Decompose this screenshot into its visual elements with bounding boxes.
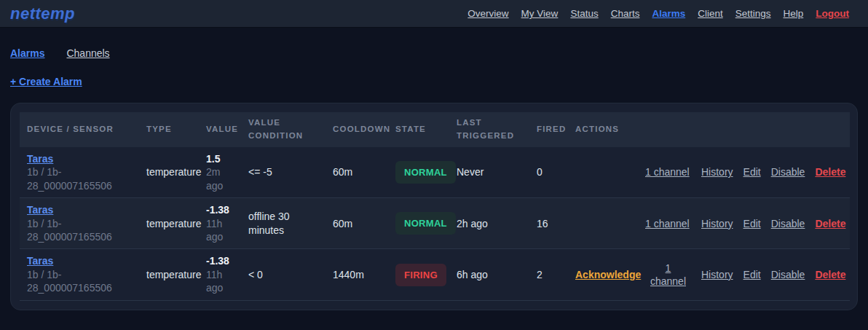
subnav: Alarms Channels	[10, 47, 858, 59]
create-alarm-link[interactable]: + Create Alarm	[10, 76, 82, 87]
disable-link[interactable]: Disable	[771, 268, 805, 281]
nav-charts[interactable]: Charts	[611, 8, 640, 19]
cell-cooldown: 60m	[326, 198, 388, 249]
channel-link[interactable]: 1 channel	[645, 218, 690, 229]
acknowledge-link[interactable]: Acknowledge	[575, 269, 641, 280]
page-content: Alarms Channels + Create Alarm DEVICE / …	[0, 47, 868, 310]
sensor-value: 1.5	[206, 152, 234, 165]
disable-link[interactable]: Disable	[771, 217, 805, 230]
channel-link[interactable]: 1 channel	[650, 262, 687, 288]
device-link[interactable]: Taras	[27, 204, 53, 216]
cell-condition: < 0	[241, 249, 326, 300]
cell-state: NORMAL	[388, 198, 449, 249]
cell-last-triggered: Never	[449, 147, 529, 198]
cell-type: temperature	[139, 198, 199, 249]
cell-last-triggered: 2h ago	[449, 198, 529, 249]
nav-settings[interactable]: Settings	[735, 8, 771, 19]
cell-state: NORMAL	[388, 147, 449, 198]
main-nav: Overview My View Status Charts Alarms Cl…	[467, 8, 849, 19]
edit-link[interactable]: Edit	[743, 217, 761, 230]
cell-device-sensor: Taras 1b / 1b-28_000007165506	[20, 147, 139, 198]
table-row: Taras 1b / 1b-28_000007165506 temperatur…	[20, 147, 850, 198]
cell-type: temperature	[139, 249, 199, 300]
brand-logo[interactable]: nettemp	[10, 4, 75, 23]
sensor-id: 1b / 1b-28_000007165506	[27, 217, 132, 244]
col-value: VALUE	[199, 112, 241, 147]
history-link[interactable]: History	[701, 217, 733, 230]
cell-condition: <= -5	[241, 147, 326, 198]
col-actions: ACTIONS	[568, 112, 850, 147]
cell-state: FIRING	[388, 249, 449, 300]
cell-device-sensor: Taras 1b / 1b-28_000007165506	[20, 249, 139, 300]
cell-value: -1.38 11h ago	[199, 198, 241, 249]
cell-actions: 1 channel History Edit Disable Delete	[568, 198, 850, 249]
col-value-condition: VALUE CONDITION	[241, 112, 326, 147]
value-age: 11h ago	[206, 217, 234, 244]
cell-actions: Acknowledge 1 channel History Edit Disab…	[568, 249, 850, 300]
alarms-card: DEVICE / SENSOR TYPE VALUE VALUE CONDITI…	[10, 103, 858, 310]
value-age: 11h ago	[206, 268, 234, 295]
sensor-value: -1.38	[206, 254, 234, 267]
col-type: TYPE	[139, 112, 199, 147]
nav-status[interactable]: Status	[570, 8, 598, 19]
col-cooldown: COOLDOWN	[326, 112, 388, 147]
cell-condition: offline 30 minutes	[241, 198, 326, 249]
cell-fired: 0	[529, 147, 568, 198]
col-fired: FIRED	[529, 112, 568, 147]
subnav-channels[interactable]: Channels	[66, 47, 109, 59]
alarms-table: DEVICE / SENSOR TYPE VALUE VALUE CONDITI…	[20, 112, 850, 301]
nav-my-view[interactable]: My View	[521, 8, 559, 19]
delete-link[interactable]: Delete	[815, 217, 845, 230]
cell-fired: 16	[529, 198, 568, 249]
actions-group: 1 channel History Edit Disable Delete	[575, 165, 843, 178]
device-link[interactable]: Taras	[27, 255, 53, 267]
actions-group: Acknowledge 1 channel History Edit Disab…	[575, 262, 843, 288]
channel-link[interactable]: 1 channel	[645, 166, 690, 178]
device-link[interactable]: Taras	[27, 153, 53, 165]
table-row: Taras 1b / 1b-28_000007165506 temperatur…	[20, 198, 850, 249]
col-state: STATE	[388, 112, 449, 147]
value-age: 2m ago	[206, 165, 234, 192]
cell-last-triggered: 6h ago	[449, 249, 529, 300]
cell-cooldown: 1440m	[326, 249, 388, 300]
actions-group: 1 channel History Edit Disable Delete	[575, 217, 843, 230]
delete-link[interactable]: Delete	[815, 165, 845, 178]
cell-device-sensor: Taras 1b / 1b-28_000007165506	[20, 198, 139, 249]
cell-actions: 1 channel History Edit Disable Delete	[568, 147, 850, 198]
nav-alarms[interactable]: Alarms	[652, 8, 685, 19]
edit-link[interactable]: Edit	[743, 165, 761, 178]
history-link[interactable]: History	[701, 268, 733, 281]
cell-type: temperature	[139, 147, 199, 198]
sensor-id: 1b / 1b-28_000007165506	[27, 165, 132, 192]
nav-logout[interactable]: Logout	[816, 8, 849, 19]
disable-link[interactable]: Disable	[771, 165, 805, 178]
cell-value: 1.5 2m ago	[199, 147, 241, 198]
status-badge: NORMAL	[395, 212, 456, 235]
table-header-row: DEVICE / SENSOR TYPE VALUE VALUE CONDITI…	[20, 112, 850, 147]
history-link[interactable]: History	[701, 165, 733, 178]
col-device-sensor: DEVICE / SENSOR	[20, 112, 139, 147]
sensor-id: 1b / 1b-28_000007165506	[27, 268, 132, 295]
cell-cooldown: 60m	[326, 147, 388, 198]
cell-fired: 2	[529, 249, 568, 300]
nav-client[interactable]: Client	[698, 8, 723, 19]
table-row: Taras 1b / 1b-28_000007165506 temperatur…	[20, 249, 850, 300]
sensor-value: -1.38	[206, 203, 234, 216]
topbar: nettemp Overview My View Status Charts A…	[0, 0, 868, 28]
cell-value: -1.38 11h ago	[199, 249, 241, 300]
edit-link[interactable]: Edit	[743, 268, 761, 281]
delete-link[interactable]: Delete	[815, 268, 845, 281]
nav-overview[interactable]: Overview	[467, 8, 508, 19]
nav-help[interactable]: Help	[784, 8, 804, 19]
subnav-alarms[interactable]: Alarms	[10, 47, 44, 59]
status-badge: FIRING	[395, 264, 446, 286]
status-badge: NORMAL	[395, 161, 456, 184]
col-last-triggered: LAST TRIGGERED	[449, 112, 529, 147]
